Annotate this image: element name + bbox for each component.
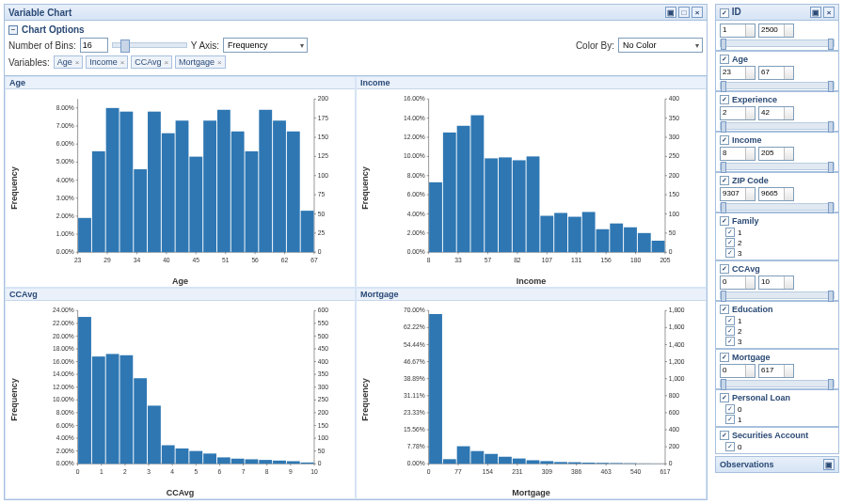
svg-text:16.00%: 16.00%: [404, 95, 425, 102]
svg-text:0: 0: [76, 467, 80, 474]
filter-checkbox[interactable]: ✓: [720, 176, 729, 185]
range-hi[interactable]: 42: [758, 106, 794, 120]
svg-text:205: 205: [660, 256, 670, 262]
range-hi[interactable]: 10: [758, 276, 794, 290]
numbins-input[interactable]: [80, 38, 108, 53]
svg-text:51: 51: [222, 256, 230, 262]
svg-text:50: 50: [669, 229, 676, 236]
svg-text:6.00%: 6.00%: [56, 421, 74, 428]
range-slider[interactable]: [720, 291, 835, 299]
bar: [119, 112, 133, 253]
svg-text:1,600: 1,600: [669, 323, 685, 330]
bar: [189, 451, 202, 465]
bar: [231, 459, 245, 464]
cat-checkbox[interactable]: ✓: [725, 337, 735, 346]
bar: [554, 462, 567, 464]
range-lo[interactable]: 9307: [720, 187, 756, 201]
svg-text:50: 50: [318, 210, 326, 216]
remove-icon[interactable]: ×: [75, 58, 80, 67]
bar: [148, 405, 161, 464]
svg-text:250: 250: [318, 396, 328, 402]
variable-tag[interactable]: Income×: [86, 55, 128, 69]
filter-close-icon[interactable]: ×: [823, 7, 835, 18]
remove-icon[interactable]: ×: [217, 58, 222, 67]
yaxis-select[interactable]: Frequency: [223, 38, 308, 53]
cat-checkbox[interactable]: ✓: [725, 248, 735, 258]
range-hi[interactable]: 9665: [758, 187, 794, 201]
range-slider[interactable]: [720, 82, 835, 89]
range-slider[interactable]: [720, 203, 835, 211]
panel-close-icon[interactable]: ×: [692, 7, 703, 18]
svg-text:6.00%: 6.00%: [407, 191, 425, 197]
range-lo[interactable]: 8: [720, 147, 756, 161]
filter-checkbox[interactable]: ✓: [720, 353, 729, 362]
svg-text:24.00%: 24.00%: [53, 307, 74, 313]
svg-text:5: 5: [194, 467, 198, 474]
filter-collapse-icon[interactable]: ▣: [810, 7, 821, 18]
variable-tag[interactable]: Age×: [54, 55, 84, 69]
filter-checkbox[interactable]: ✓: [720, 8, 729, 18]
panel-collapse-icon[interactable]: ▣: [665, 7, 676, 18]
range-slider[interactable]: [720, 122, 835, 130]
filter-checkbox[interactable]: ✓: [720, 95, 729, 104]
chart-income: Income Frequency Income 0.00%2.00%4.00%6…: [356, 76, 707, 288]
svg-text:8.00%: 8.00%: [56, 104, 74, 111]
filter-checkbox[interactable]: ✓: [720, 393, 729, 402]
cat-checkbox[interactable]: ✓: [725, 442, 735, 451]
svg-text:4: 4: [170, 467, 174, 474]
obs-collapse-icon[interactable]: ▣: [823, 459, 835, 470]
svg-text:77: 77: [454, 467, 462, 474]
bar: [624, 228, 637, 252]
filter-checkbox[interactable]: ✓: [720, 264, 729, 274]
svg-text:131: 131: [571, 256, 581, 262]
svg-text:309: 309: [542, 467, 552, 474]
remove-icon[interactable]: ×: [120, 58, 125, 67]
svg-text:7: 7: [242, 467, 246, 474]
panel-max-icon[interactable]: □: [678, 7, 690, 18]
svg-text:70.00%: 70.00%: [404, 307, 425, 313]
bar: [568, 217, 581, 253]
cat-checkbox[interactable]: ✓: [725, 404, 735, 414]
range-hi[interactable]: 205: [758, 147, 794, 161]
filter-name: Education: [732, 305, 773, 314]
options-label: Chart Options: [22, 24, 85, 35]
filter-header-ID: ✓ ID▣×: [715, 4, 839, 21]
range-lo[interactable]: 23: [720, 66, 756, 80]
variable-tag[interactable]: Mortgage×: [175, 55, 226, 69]
bar: [287, 461, 300, 464]
range-lo[interactable]: 0: [720, 364, 756, 378]
cat-checkbox[interactable]: ✓: [725, 238, 735, 247]
svg-text:200: 200: [669, 172, 679, 179]
chart-age: Age Frequency Age 0.00%1.00%2.00%3.00%4.…: [5, 76, 356, 288]
filter-checkbox[interactable]: ✓: [720, 431, 729, 440]
svg-text:150: 150: [669, 191, 679, 197]
range-slider[interactable]: [720, 39, 835, 47]
filter-checkbox[interactable]: ✓: [720, 305, 729, 314]
range-lo[interactable]: 0: [720, 276, 756, 290]
variable-tag[interactable]: CCAvg×: [131, 55, 172, 69]
cat-checkbox[interactable]: ✓: [725, 228, 735, 237]
bar: [443, 459, 456, 464]
cat-checkbox[interactable]: ✓: [725, 326, 735, 336]
range-slider[interactable]: [720, 163, 835, 170]
filter-checkbox[interactable]: ✓: [720, 135, 729, 145]
cat-checkbox[interactable]: ✓: [725, 415, 735, 424]
range-lo[interactable]: 1: [720, 24, 756, 38]
range-slider[interactable]: [720, 380, 835, 387]
colorby-select[interactable]: No Color: [618, 38, 703, 53]
range-hi[interactable]: 617: [758, 364, 794, 378]
y-axis-label: Frequency: [360, 166, 370, 210]
svg-text:57: 57: [485, 256, 492, 262]
svg-text:1,800: 1,800: [669, 307, 685, 313]
variable-chart-header: Variable Chart ▣ □ ×: [4, 4, 708, 21]
cat-checkbox[interactable]: ✓: [725, 316, 735, 325]
filter-checkbox[interactable]: ✓: [720, 216, 729, 226]
range-lo[interactable]: 2: [720, 106, 756, 120]
remove-icon[interactable]: ×: [165, 58, 169, 67]
options-toggle[interactable]: −: [8, 25, 18, 35]
range-hi[interactable]: 67: [758, 66, 794, 80]
numbins-slider[interactable]: [112, 42, 187, 48]
filter-checkbox[interactable]: ✓: [720, 55, 729, 64]
svg-text:12.00%: 12.00%: [53, 384, 74, 390]
range-hi[interactable]: 2500: [758, 24, 794, 38]
